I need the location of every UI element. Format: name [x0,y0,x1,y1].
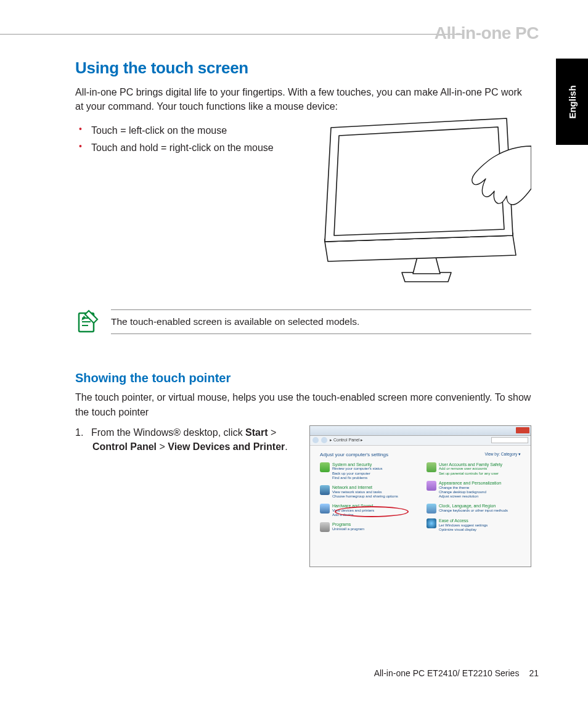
window-toolbar: ▸ Control Panel ▸ [310,436,531,446]
nav-fwd-icon [321,437,327,443]
note-icon [75,309,100,334]
cp-right-col: User Accounts and Family SafetyAdd or re… [427,462,521,532]
ease-access-icon [427,518,436,528]
close-icon [516,427,529,433]
cp-category: System and SecurityReview your computer'… [320,462,414,480]
cp-left-col: System and SecurityReview your computer'… [320,462,414,532]
programs-icon [320,522,330,532]
step-text: 1.From the Windows® desktop, click Start… [75,425,298,454]
user-accounts-icon [427,462,436,472]
monitor-touch-illustration [309,112,531,297]
highlight-oval [335,506,409,517]
window-titlebar [310,426,531,436]
language-tab: English [556,59,588,145]
cp-category: Appearance and PersonalizationChange the… [427,481,521,499]
cp-heading-row: Adjust your computer's settings View by:… [320,452,521,457]
cp-heading: Adjust your computer's settings [320,452,388,457]
touch-bullets-wrap: Touch = left-click on the mouse Touch an… [75,118,297,155]
footer-product: All-in-one PC ET2410/ ET2210 Series [374,668,520,678]
cp-category: Clock, Language, and RegionChange keyboa… [427,504,521,514]
step-sep: > [268,427,277,438]
network-icon [320,485,330,495]
touch-row: Touch = left-click on the mouse Touch an… [75,118,531,297]
system-security-icon [320,462,330,472]
note-text: The touch-enabled screen is available on… [111,309,531,334]
step-bold-devices: View Devices and Printer [168,441,285,452]
series-label: All-in-one PC [435,23,539,43]
step-prefix: From the Windows® desktop, click [91,427,245,438]
search-box [491,437,528,443]
page-content: Using the touch screen All-in-one PC bri… [75,59,531,567]
bullet-list: Touch = left-click on the mouse Touch an… [75,122,297,155]
bullet-item: Touch and hold = right-click on the mous… [91,139,297,156]
clock-region-icon [427,504,436,514]
cp-category: Ease of AccessLet Windows suggest settin… [427,518,521,532]
breadcrumb: ▸ Control Panel ▸ [330,438,363,443]
language-label: English [567,85,578,118]
subsection-intro: The touch pointer, or virtual mouse, hel… [75,390,531,419]
cp-body: Adjust your computer's settings View by:… [310,446,531,538]
step-number: 1. [75,425,91,440]
note-block: The touch-enabled screen is available on… [75,309,531,334]
page-number: 21 [529,668,539,678]
header-rule [0,34,462,35]
hardware-icon [320,504,330,514]
nav-back-icon [312,437,319,443]
cp-category: Network and InternetView network status … [320,485,414,499]
section-heading: Using the touch screen [75,59,531,78]
step-sep: > [157,441,168,452]
step-bold-start: Start [245,427,267,438]
control-panel-screenshot: ▸ Control Panel ▸ Adjust your computer's… [309,425,531,567]
cp-category: ProgramsUninstall a program [320,522,414,532]
step-bold-cp: Control Panel [92,441,157,452]
bullet-item: Touch = left-click on the mouse [91,122,297,139]
step-suffix: . [285,441,287,452]
subsection-heading: Showing the touch pointer [75,371,531,385]
cp-view-by: View by: Category ▾ [485,452,521,457]
appearance-icon [427,481,436,491]
section-intro: All-in-one PC brings digital life to you… [75,85,531,113]
step-row: 1.From the Windows® desktop, click Start… [75,425,531,567]
cp-category: User Accounts and Family SafetyAdd or re… [427,462,521,476]
page-footer: All-in-one PC ET2410/ ET2210 Series 21 [374,668,539,678]
